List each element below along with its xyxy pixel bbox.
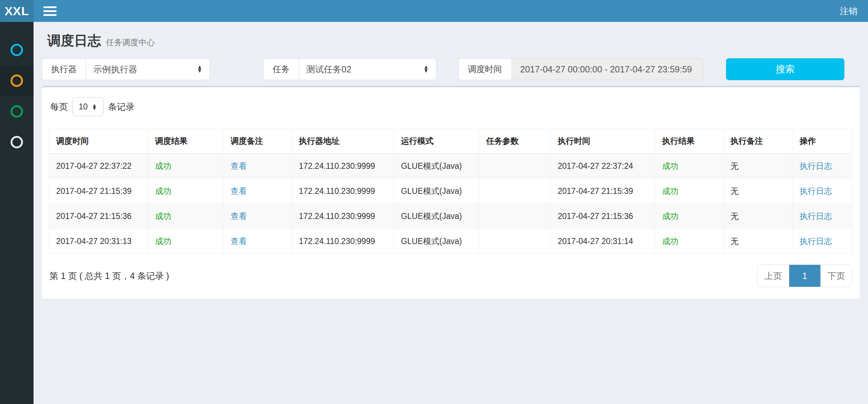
cell-trigger_result: 成功 bbox=[148, 229, 223, 254]
cell-run_mode: GLUE模式(Java) bbox=[394, 229, 479, 254]
cell-exec_remark: 无 bbox=[723, 229, 792, 254]
pagination-page-1-button[interactable]: 1 bbox=[789, 265, 820, 287]
table-row: 2017-04-27 21:15:36成功查看172.24.110.230:99… bbox=[49, 204, 853, 229]
cell-address: 172.24.110.230:9999 bbox=[292, 229, 394, 254]
page-size-value: 10 bbox=[79, 102, 88, 112]
column-header-action: 操作 bbox=[792, 129, 853, 154]
sidebar bbox=[0, 22, 34, 404]
content-area: 调度日志 任务调度中心 执行器 示例执行器 ▲▼ 任务 测试任务02 ▲▼ 调度… bbox=[34, 22, 868, 404]
trigger-time-filter-group: 调度时间 2017-04-27 00:00:00 - 2017-04-27 23… bbox=[458, 58, 703, 80]
sidebar-item-3[interactable] bbox=[0, 96, 34, 127]
pagination: 上页 1 下页 bbox=[757, 265, 852, 287]
page-header: 调度日志 任务调度中心 bbox=[42, 22, 860, 55]
cell-action[interactable]: 执行日志 bbox=[792, 154, 853, 179]
column-header-address: 执行器地址 bbox=[292, 129, 394, 154]
sidebar-item-1[interactable] bbox=[0, 35, 34, 65]
top-navbar: XXL 注销 bbox=[0, 0, 868, 22]
job-filter-label: 任务 bbox=[263, 58, 299, 80]
column-header-exec_remark: 执行备注 bbox=[723, 129, 792, 154]
cell-trigger_result: 成功 bbox=[148, 204, 223, 229]
cell-trigger_remark[interactable]: 查看 bbox=[223, 179, 291, 204]
page-size-select[interactable]: 10 ▲▼ bbox=[72, 97, 103, 116]
job-filter-group: 任务 测试任务02 ▲▼ bbox=[263, 58, 436, 80]
column-header-trigger_result: 调度结果 bbox=[148, 129, 223, 154]
circle-icon bbox=[11, 75, 23, 87]
pagination-summary: 第 1 页 ( 总共 1 页，4 条记录 ) bbox=[49, 270, 169, 282]
navbar-body: 注销 bbox=[34, 0, 868, 22]
logout-link[interactable]: 注销 bbox=[840, 5, 857, 17]
cell-trigger_result: 成功 bbox=[148, 154, 223, 179]
filter-toolbar: 执行器 示例执行器 ▲▼ 任务 测试任务02 ▲▼ 调度时间 2017-04-2… bbox=[42, 58, 860, 80]
cell-exec_time: 2017-04-27 22:37:24 bbox=[551, 154, 655, 179]
cell-trigger_time: 2017-04-27 21:15:39 bbox=[49, 179, 148, 204]
cell-exec_result: 成功 bbox=[655, 154, 723, 179]
cell-exec_time: 2017-04-27 21:15:39 bbox=[551, 179, 655, 204]
page-title: 调度日志 bbox=[47, 32, 101, 50]
cell-run_mode: GLUE模式(Java) bbox=[394, 179, 479, 204]
cell-exec_result: 成功 bbox=[655, 179, 723, 204]
cell-job_param bbox=[479, 204, 551, 229]
sidebar-item-4[interactable] bbox=[0, 127, 34, 158]
pagination-prev-button[interactable]: 上页 bbox=[757, 265, 789, 287]
column-header-trigger_time: 调度时间 bbox=[49, 129, 148, 154]
log-table: 调度时间调度结果调度备注执行器地址运行模式任务参数执行时间执行结果执行备注操作 … bbox=[49, 128, 853, 254]
column-header-trigger_remark: 调度备注 bbox=[223, 129, 291, 154]
cell-run_mode: GLUE模式(Java) bbox=[394, 154, 479, 179]
page-subtitle: 任务调度中心 bbox=[106, 37, 155, 48]
cell-job_param bbox=[479, 154, 551, 179]
sidebar-toggle-icon[interactable] bbox=[43, 6, 57, 16]
select-arrows-icon: ▲▼ bbox=[197, 65, 202, 73]
circle-icon bbox=[11, 136, 23, 148]
cell-exec_time: 2017-04-27 20:31:14 bbox=[551, 229, 655, 254]
column-header-job_param: 任务参数 bbox=[479, 129, 551, 154]
cell-exec_remark: 无 bbox=[723, 154, 792, 179]
circle-icon bbox=[11, 44, 23, 56]
executor-filter-label: 执行器 bbox=[42, 58, 86, 80]
cell-exec_time: 2017-04-27 21:15:36 bbox=[551, 204, 655, 229]
page-size-prefix: 每页 bbox=[50, 101, 68, 113]
cell-job_param bbox=[479, 229, 551, 254]
executor-select[interactable]: 示例执行器 ▲▼ bbox=[86, 58, 210, 80]
column-header-exec_result: 执行结果 bbox=[655, 129, 723, 154]
cell-trigger_remark[interactable]: 查看 bbox=[223, 154, 291, 179]
cell-action[interactable]: 执行日志 bbox=[792, 179, 853, 204]
app-logo[interactable]: XXL bbox=[0, 0, 34, 22]
cell-address: 172.24.110.230:9999 bbox=[292, 204, 394, 229]
cell-address: 172.24.110.230:9999 bbox=[292, 154, 394, 179]
trigger-time-range-input[interactable]: 2017-04-27 00:00:00 - 2017-04-27 23:59:5… bbox=[511, 58, 703, 80]
cell-exec_remark: 无 bbox=[723, 179, 792, 204]
cell-trigger_time: 2017-04-27 22:37:22 bbox=[49, 154, 148, 179]
cell-trigger_remark[interactable]: 查看 bbox=[223, 204, 291, 229]
cell-address: 172.24.110.230:9999 bbox=[292, 179, 394, 204]
cell-run_mode: GLUE模式(Java) bbox=[394, 204, 479, 229]
cell-job_param bbox=[479, 179, 551, 204]
search-button[interactable]: 搜索 bbox=[726, 58, 844, 80]
page-size-row: 每页 10 ▲▼ 条记录 bbox=[49, 95, 853, 116]
job-select[interactable]: 测试任务02 ▲▼ bbox=[299, 58, 436, 80]
select-arrows-icon: ▲▼ bbox=[92, 103, 97, 110]
cell-exec_result: 成功 bbox=[655, 204, 723, 229]
xxl-job-admin-window: XXL 注销 调度日志 任务调度中心 执行器 示例执行器 ▲▼ 任务 测试任务0… bbox=[0, 0, 868, 404]
table-row: 2017-04-27 20:31:13成功查看172.24.110.230:99… bbox=[49, 229, 853, 254]
sidebar-item-2[interactable] bbox=[0, 65, 34, 96]
executor-filter-group: 执行器 示例执行器 ▲▼ bbox=[42, 58, 210, 80]
cell-action[interactable]: 执行日志 bbox=[792, 204, 853, 229]
table-row: 2017-04-27 21:15:39成功查看172.24.110.230:99… bbox=[49, 179, 853, 204]
cell-exec_result: 成功 bbox=[655, 229, 723, 254]
cell-trigger_time: 2017-04-27 21:15:36 bbox=[49, 204, 148, 229]
column-header-run_mode: 运行模式 bbox=[394, 129, 479, 154]
cell-trigger_remark[interactable]: 查看 bbox=[223, 229, 291, 254]
cell-exec_remark: 无 bbox=[723, 204, 792, 229]
table-row: 2017-04-27 22:37:22成功查看172.24.110.230:99… bbox=[49, 154, 853, 179]
circle-icon bbox=[11, 105, 23, 118]
pagination-row: 第 1 页 ( 总共 1 页，4 条记录 ) 上页 1 下页 bbox=[49, 265, 853, 287]
page-size-suffix: 条记录 bbox=[108, 101, 135, 113]
cell-action[interactable]: 执行日志 bbox=[792, 229, 853, 254]
select-arrows-icon: ▲▼ bbox=[423, 65, 428, 73]
pagination-next-button[interactable]: 下页 bbox=[820, 265, 852, 287]
cell-trigger_time: 2017-04-27 20:31:13 bbox=[49, 229, 148, 254]
trigger-time-label: 调度时间 bbox=[458, 58, 511, 80]
executor-select-value: 示例执行器 bbox=[93, 64, 137, 75]
job-select-value: 测试任务02 bbox=[306, 64, 351, 75]
table-header-row: 调度时间调度结果调度备注执行器地址运行模式任务参数执行时间执行结果执行备注操作 bbox=[49, 129, 853, 154]
